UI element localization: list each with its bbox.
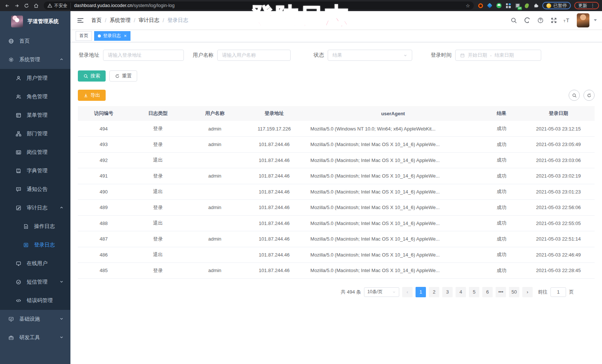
sidebar-item-dev-tools[interactable]: 研发工具 — [0, 328, 70, 347]
search-button[interactable]: 搜索 — [78, 70, 106, 82]
sidebar-item-dict-mgmt[interactable]: 字典管理 — [0, 162, 70, 180]
page-button-3[interactable]: 3 — [442, 287, 453, 297]
table-row[interactable]: 485 登录 admin 101.87.244.46 Mozilla/5.0 (… — [78, 263, 595, 279]
sidebar-item-menu-mgmt[interactable]: 菜单管理 — [0, 106, 70, 125]
extension-grid-icon[interactable] — [505, 3, 511, 9]
next-page-button[interactable]: › — [522, 287, 533, 297]
sidebar-item-login-log[interactable]: 登录日志 — [0, 236, 70, 254]
table-row[interactable]: 494 登录 admin 117.159.17.226 Mozilla/5.0 … — [78, 121, 595, 137]
user-avatar[interactable] — [577, 13, 589, 27]
cell-login-address: 101.87.244.46 — [243, 263, 305, 279]
security-chip[interactable]: 不安全 — [47, 3, 71, 9]
extension-list-icon[interactable]: on — [515, 3, 520, 9]
goto-page-input[interactable] — [550, 287, 566, 297]
export-button[interactable]: 导出 — [78, 90, 106, 101]
font-size-icon[interactable]: TT — [563, 17, 571, 24]
col-result: 结果 — [481, 106, 522, 121]
cell-username — [186, 184, 243, 200]
sidebar-item-sms-mgmt[interactable]: 短信管理 — [0, 273, 70, 291]
browser-menu-icon[interactable]: ⋮ — [591, 3, 595, 8]
extension-green-icon[interactable] — [496, 3, 502, 9]
extension-diamond-icon[interactable] — [487, 3, 493, 9]
cell-log-type: 登录 — [129, 231, 186, 247]
status-select[interactable]: 结果 — [328, 50, 412, 61]
table-row[interactable]: 491 登录 admin 101.87.244.46 Mozilla/5.0 (… — [78, 168, 595, 184]
page-button-1[interactable]: 1 — [416, 287, 426, 297]
cell-username — [186, 215, 243, 231]
hamburger-icon[interactable] — [76, 16, 85, 25]
avatar-caret-icon[interactable] — [594, 19, 597, 21]
cell-username — [186, 152, 243, 168]
paused-extension-pill[interactable]: 已暂停 — [542, 2, 571, 9]
sidebar-item-audit-log[interactable]: 审计日志 — [0, 199, 70, 217]
breadcrumb-home[interactable]: 首页 — [91, 17, 102, 24]
sidebar-item-post-mgmt[interactable]: 岗位管理 — [0, 143, 70, 162]
sidebar-item-home[interactable]: 首页 — [0, 32, 70, 50]
table-row[interactable]: 486 退出 101.87.244.46 Mozilla/5.0 (Macint… — [78, 247, 595, 263]
sidebar-item-operation-log[interactable]: 操作日志 — [0, 217, 70, 236]
user-icon — [16, 75, 22, 81]
page-button-50[interactable]: 50 — [509, 287, 519, 297]
page-button-2[interactable]: 2 — [429, 287, 439, 297]
reset-button[interactable]: 重置 — [109, 70, 137, 82]
extension-orange-icon[interactable] — [477, 3, 483, 9]
breadcrumb-system[interactable]: 系统管理 — [110, 17, 130, 24]
browser-forward-icon[interactable] — [13, 1, 21, 10]
refresh-table-button[interactable] — [583, 90, 595, 101]
table-row[interactable]: 489 登录 admin 101.87.244.46 Mozilla/5.0 (… — [78, 200, 595, 216]
sidebar-item-user-mgmt[interactable]: 用户管理 — [0, 69, 70, 87]
bookmark-star-icon[interactable]: ☆ — [466, 3, 470, 9]
page-button-6[interactable]: 6 — [482, 287, 493, 297]
date-start[interactable]: 开始日期 — [468, 52, 487, 59]
page-ellipsis[interactable]: ••• — [496, 287, 506, 297]
github-icon[interactable] — [523, 17, 531, 24]
prev-page-button[interactable]: ‹ — [402, 287, 413, 297]
table-body: 494 登录 admin 117.159.17.226 Mozilla/5.0 … — [78, 121, 595, 278]
sidebar-item-role-mgmt[interactable]: 角色管理 — [0, 87, 70, 106]
sidebar-item-dept-mgmt[interactable]: 部门管理 — [0, 125, 70, 143]
cell-visit-id: 493 — [78, 137, 129, 153]
sidebar-item-infrastructure[interactable]: 基础设施 — [0, 310, 70, 328]
code-icon — [16, 298, 22, 304]
update-label: 更新 — [578, 3, 587, 9]
sidebar-item-online-users[interactable]: 在线用户 — [0, 254, 70, 273]
browser-update-button[interactable]: 更新 ⋮ — [574, 2, 599, 9]
breadcrumb-audit[interactable]: 审计日志 — [139, 17, 159, 24]
browser-reload-icon[interactable] — [22, 1, 30, 10]
toggle-search-button[interactable] — [569, 90, 580, 101]
tab-close-icon[interactable]: × — [124, 33, 127, 39]
table-row[interactable]: 488 退出 101.87.244.46 Mozilla/5.0 (Macint… — [78, 215, 595, 231]
extension-sprout-icon[interactable] — [524, 3, 530, 9]
refresh-icon — [115, 74, 120, 79]
table-row[interactable]: 493 登录 admin 101.87.244.46 Mozilla/5.0 (… — [78, 137, 595, 153]
table-row[interactable]: 487 登录 admin 101.87.244.46 Mozilla/5.0 (… — [78, 231, 595, 247]
date-range-picker[interactable]: 开始日期 - 结束日期 — [455, 50, 541, 61]
sidebar-item-notice[interactable]: 通知公告 — [0, 180, 70, 199]
sidebar: 芋道管理系统 首页 系统管理 用户管理 — [0, 11, 70, 364]
username-input[interactable]: 请输入用户名称 — [217, 50, 291, 61]
extension-on-badge: on — [517, 7, 522, 10]
table-row[interactable]: 492 退出 101.87.244.46 Mozilla/5.0 (Macint… — [78, 152, 595, 168]
table-row[interactable]: 490 退出 101.87.244.46 Mozilla/5.0 (Macint… — [78, 184, 595, 200]
extensions-puzzle-icon[interactable] — [533, 3, 539, 9]
url-text[interactable]: dashboard.yudao.iocoder.cn/system/log/lo… — [74, 3, 175, 8]
cell-visit-id: 492 — [78, 152, 129, 168]
browser-home-icon[interactable] — [32, 1, 40, 10]
page-button-5[interactable]: 5 — [469, 287, 479, 297]
page-button-4[interactable]: 4 — [456, 287, 466, 297]
sidebar-item-error-code[interactable]: 错误码管理 — [0, 291, 70, 310]
cell-log-type: 退出 — [129, 184, 186, 200]
cell-login-address: 101.87.244.46 — [243, 215, 305, 231]
search-icon[interactable] — [510, 17, 517, 24]
tab-login-log[interactable]: 登录日志 × — [94, 31, 130, 41]
browser-back-icon[interactable] — [3, 1, 11, 10]
tab-home[interactable]: 首页 — [76, 31, 92, 41]
fullscreen-icon[interactable] — [550, 17, 558, 24]
sidebar-item-system-mgmt[interactable]: 系统管理 — [0, 50, 70, 69]
login-address-input[interactable]: 请输入登录地址 — [103, 50, 184, 61]
chevron-up-icon — [59, 57, 64, 63]
date-end[interactable]: 结束日期 — [494, 52, 514, 59]
login-log-table: 访问编号 日志类型 用户名称 登录地址 userAgent 结果 登录日期 — [78, 106, 595, 279]
page-size-select[interactable]: 10条/页 — [364, 287, 399, 297]
help-icon[interactable] — [537, 17, 544, 24]
